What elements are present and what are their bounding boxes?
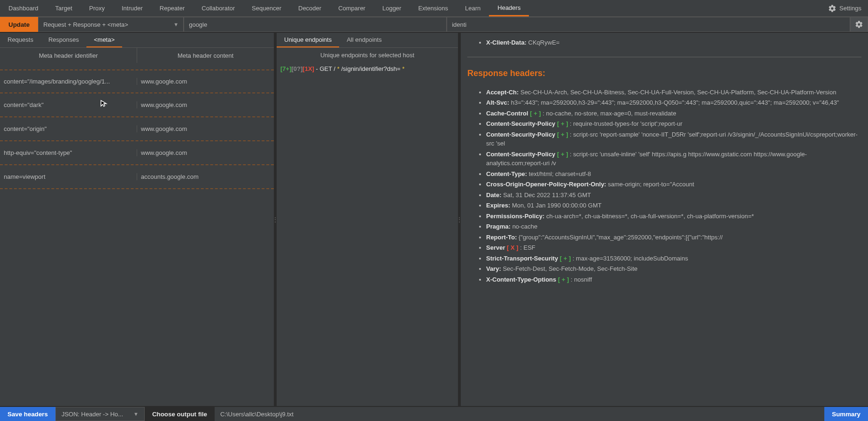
top-tab-comparer[interactable]: Comparer: [330, 1, 374, 15]
header-key: Permissions-Policy:: [486, 213, 544, 220]
endpoint-row[interactable]: [7+][0?][1X] - GET / * /signin/identifie…: [277, 62, 458, 75]
summary-button[interactable]: Summary: [824, 407, 868, 421]
response-header-item: Alt-Svc: h3=":443"; ma=2592000,h3-29=":4…: [486, 98, 861, 107]
choose-output-button[interactable]: Choose output file: [145, 407, 215, 421]
save-headers-button[interactable]: Save headers: [0, 407, 55, 421]
header-key: Cross-Origin-Opener-Policy-Report-Only:: [486, 181, 606, 188]
response-header-item: Content-Security-Policy [ + ] : script-s…: [486, 130, 861, 148]
top-tab-headers[interactable]: Headers: [489, 0, 529, 16]
left-tab[interactable]: Responses: [41, 33, 86, 47]
x-tag: [ X ]: [507, 244, 519, 251]
endpoint-plus-count: [7+]: [280, 65, 291, 72]
response-header-item: Content-Type: text/html; charset=utf-8: [486, 169, 861, 179]
meta-content-cell: www.google.com: [137, 101, 274, 108]
settings-button[interactable]: Settings: [822, 4, 868, 13]
header-value: text/html; charset=utf-8: [527, 170, 591, 177]
bottom-bar: Save headers JSON: Header -> Ho... ▼ Cho…: [0, 406, 868, 421]
toolbar-gear-button[interactable]: [850, 17, 868, 32]
meta-content-cell: accounts.google.com: [137, 173, 274, 180]
mid-header-label: Unique endpoints for selected host: [277, 48, 458, 62]
meta-content-cell: www.google.com: [137, 78, 274, 85]
response-header-item: X-Content-Type-Options [ + ] : nosniff: [486, 275, 861, 284]
response-headers-list: Accept-Ch: Sec-CH-UA-Arch, Sec-CH-UA-Bit…: [467, 88, 861, 284]
header-key: Strict-Transport-Security: [486, 255, 558, 262]
plus-tag: [ + ]: [558, 276, 569, 283]
meta-row[interactable]: content="origin"www.google.com: [0, 117, 274, 141]
top-tab-extensions[interactable]: Extensions: [410, 1, 457, 15]
header-key: Report-To:: [486, 234, 517, 241]
meta-row[interactable]: content="/images/branding/googleg/1...ww…: [0, 69, 274, 93]
update-button[interactable]: Update: [0, 17, 38, 32]
top-tabs: DashboardTargetProxyIntruderRepeaterColl…: [0, 0, 868, 17]
meta-identifier-cell: http-equiv="content-type": [0, 149, 137, 156]
meta-identifier-cell: name=viewport: [0, 173, 137, 180]
output-path-display: C:\Users\allc\Desktop\j9.txt: [215, 407, 824, 421]
meta-row[interactable]: name=viewportaccounts.google.com: [0, 165, 274, 189]
header-key: Content-Security-Policy: [486, 131, 555, 138]
response-header-item: Date: Sat, 31 Dec 2022 11:37:45 GMT: [486, 191, 861, 200]
top-tab-dashboard[interactable]: Dashboard: [0, 1, 47, 15]
meta-row[interactable]: http-equiv="content-type"www.google.com: [0, 141, 274, 165]
header-value: ch-ua-arch=*, ch-ua-bitness=*, ch-ua-ful…: [544, 213, 754, 220]
meta-content-cell: www.google.com: [137, 149, 274, 156]
response-header-item: Cross-Origin-Opener-Policy-Report-Only: …: [486, 180, 861, 189]
top-tab-decoder[interactable]: Decoder: [290, 1, 330, 15]
response-header-item: Strict-Transport-Security [ + ] : max-ag…: [486, 254, 861, 263]
plus-tag: [ + ]: [557, 151, 568, 158]
json-format-dropdown[interactable]: JSON: Header -> Ho... ▼: [55, 407, 145, 421]
plus-tag: [ + ]: [530, 110, 541, 117]
header-key: Content-Type:: [486, 170, 527, 177]
top-tab-learn[interactable]: Learn: [457, 1, 489, 15]
header-key: Vary:: [486, 265, 501, 272]
header-key: Expires:: [486, 202, 510, 209]
top-tab-collaborator[interactable]: Collaborator: [193, 1, 243, 15]
meta-identifier-cell: content="origin": [0, 125, 137, 132]
top-tab-sequencer[interactable]: Sequencer: [243, 1, 290, 15]
meta-content-cell: www.google.com: [137, 125, 274, 132]
header-value: : require-trusted-types-for 'script';rep…: [568, 120, 682, 127]
chevron-down-icon: ▼: [133, 411, 139, 417]
plus-tag: [ + ]: [557, 131, 568, 138]
header-value: Mon, 01 Jan 1990 00:00:00 GMT: [510, 202, 601, 209]
col-meta-identifier[interactable]: Meta header identifier: [0, 52, 137, 59]
search-input-1[interactable]: [184, 17, 447, 32]
response-header-item: Accept-Ch: Sec-CH-UA-Arch, Sec-CH-UA-Bit…: [486, 88, 861, 97]
top-tab-logger[interactable]: Logger: [374, 1, 410, 15]
col-meta-content[interactable]: Meta header content: [137, 52, 274, 59]
splitter-left[interactable]: [274, 33, 277, 406]
chevron-down-icon: ▼: [173, 22, 178, 27]
header-key: Cache-Control: [486, 110, 528, 117]
endpoint-path: /signin/identifier?dsh=: [340, 65, 402, 72]
header-value: : ESF: [519, 244, 535, 251]
header-value: Sec-CH-UA-Arch, Sec-CH-UA-Bitness, Sec-C…: [519, 89, 836, 96]
top-tab-repeater[interactable]: Repeater: [151, 1, 193, 15]
top-tab-proxy[interactable]: Proxy: [81, 1, 113, 15]
mid-tab[interactable]: Unique endpoints: [277, 33, 339, 47]
header-key: Date:: [486, 191, 502, 199]
mid-subtabs: Unique endpointsAll endpoints: [277, 33, 458, 48]
meta-row[interactable]: content="dark"www.google.com: [0, 93, 274, 117]
left-tab[interactable]: Requests: [0, 33, 41, 47]
endpoint-dash: -: [314, 65, 320, 72]
meta-identifier-cell: content="dark": [0, 101, 137, 108]
header-value: CKqRywE=: [527, 39, 559, 46]
table-header: Meta header identifier Meta header conte…: [0, 48, 274, 63]
header-key: Content-Security-Policy: [486, 151, 555, 158]
divider: [467, 57, 861, 57]
mid-tab[interactable]: All endpoints: [339, 33, 389, 47]
splitter-right[interactable]: [458, 33, 461, 406]
search-input-2[interactable]: [447, 17, 850, 32]
top-tab-intruder[interactable]: Intruder: [113, 1, 151, 15]
header-value: no-cache: [511, 223, 537, 230]
right-content[interactable]: X-Client-Data: CKqRywE= Response headers…: [461, 33, 868, 406]
endpoint-unknown-count: [0?]: [291, 65, 302, 72]
plus-tag: [ + ]: [560, 255, 571, 262]
left-tab[interactable]: <meta>: [86, 33, 122, 47]
header-key: Content-Security-Policy: [486, 120, 555, 127]
mode-dropdown[interactable]: Request + Response + <meta> ▼: [38, 17, 184, 32]
header-value: Sat, 31 Dec 2022 11:37:45 GMT: [502, 191, 591, 199]
response-header-item: Vary: Sec-Fetch-Dest, Sec-Fetch-Mode, Se…: [486, 264, 861, 274]
response-header-item: Report-To: {"group":"AccountsSignInUi","…: [486, 233, 861, 242]
top-tab-target[interactable]: Target: [47, 1, 81, 15]
meta-identifier-cell: content="/images/branding/googleg/1...: [0, 78, 137, 85]
